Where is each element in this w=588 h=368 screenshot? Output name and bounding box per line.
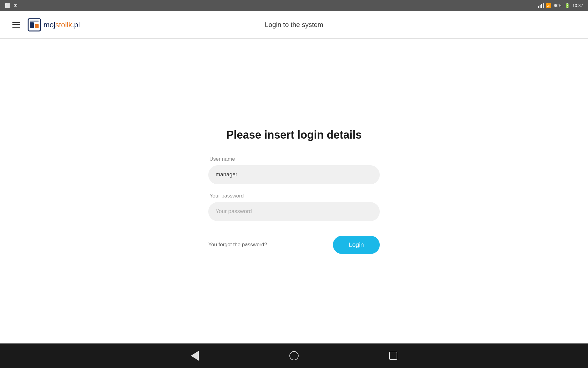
- screen-rotation-icon: ⬜: [5, 3, 10, 8]
- status-bar-right: 📶 96% 🔋 10:37: [538, 3, 583, 8]
- clock: 10:37: [572, 3, 583, 8]
- status-bar: ⬜ ✉ 📶 96% 🔋 10:37: [0, 0, 588, 11]
- username-input[interactable]: [208, 165, 380, 184]
- header-title: Login to the system: [265, 21, 323, 29]
- logo-text: mojstolik.pl: [43, 21, 80, 29]
- logo-moj: moj: [43, 21, 55, 29]
- logo-stolik: stolik: [55, 21, 72, 29]
- logo-pl: .pl: [72, 21, 80, 29]
- password-label: Your password: [208, 193, 380, 199]
- wifi-icon: 📶: [546, 3, 551, 8]
- svg-rect-1: [30, 22, 34, 28]
- username-label: User name: [208, 156, 380, 162]
- login-button[interactable]: Login: [333, 236, 380, 254]
- hamburger-line-1: [12, 22, 20, 23]
- login-form: Please insert login details User name Yo…: [208, 128, 380, 254]
- status-bar-left: ⬜ ✉: [5, 3, 17, 8]
- svg-rect-3: [30, 21, 39, 22]
- form-actions: You forgot the password? Login: [208, 236, 380, 254]
- home-icon: [289, 351, 299, 360]
- recent-apps-button[interactable]: [386, 349, 400, 362]
- username-group: User name: [208, 156, 380, 184]
- recent-apps-icon: [389, 352, 397, 360]
- form-heading: Please insert login details: [226, 128, 362, 141]
- bottom-nav-bar: [0, 343, 588, 368]
- logo[interactable]: mojstolik.pl: [28, 18, 80, 32]
- back-icon: [191, 351, 199, 361]
- back-button[interactable]: [188, 349, 202, 362]
- signal-icon: [538, 3, 544, 8]
- main-content: Please insert login details User name Yo…: [0, 39, 588, 343]
- hamburger-line-2: [12, 24, 20, 25]
- password-input[interactable]: [208, 202, 380, 221]
- battery-icon: 🔋: [565, 3, 570, 8]
- password-group: Your password: [208, 193, 380, 221]
- mail-icon: ✉: [14, 3, 17, 8]
- hamburger-line-3: [12, 27, 20, 28]
- battery-percentage: 96%: [554, 3, 562, 8]
- home-button[interactable]: [287, 349, 301, 362]
- header: mojstolik.pl Login to the system: [0, 11, 588, 39]
- forgot-password-link[interactable]: You forgot the password?: [208, 242, 267, 248]
- hamburger-menu-button[interactable]: [10, 19, 23, 30]
- logo-icon: [28, 18, 41, 32]
- svg-rect-2: [35, 24, 39, 28]
